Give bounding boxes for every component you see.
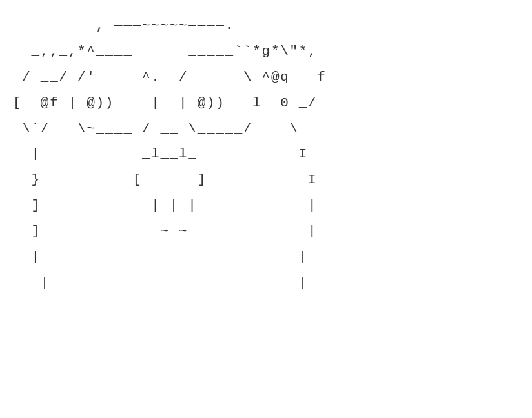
ascii-line-9: | | bbox=[13, 250, 308, 264]
ascii-line-4: \`/ \~____ / __ \_____/ \ bbox=[13, 121, 299, 136]
ascii-line-3: [ @f | @)) | | @)) l 0 _/ bbox=[13, 95, 317, 110]
ascii-line-10: | | bbox=[13, 275, 308, 290]
ascii-line-5: | _l__l_ I bbox=[13, 146, 308, 161]
ascii-line-7: ] | | | | bbox=[13, 198, 317, 213]
ascii-line-8: ] ~ ~ | bbox=[13, 224, 317, 239]
ascii-line-1: _,,_,*^____ _____``*g*\"*, bbox=[13, 44, 317, 59]
ascii-line-0: ,_———~~~~~————._ bbox=[13, 18, 243, 33]
ascii-line-2: / __/ /' ^. / \ ^@q f bbox=[13, 70, 327, 85]
ascii-line-6: } [______] I bbox=[13, 172, 317, 187]
ascii-art-display: ,_———~~~~~————._ _,,_,*^____ _____``*g*\… bbox=[13, 13, 519, 296]
